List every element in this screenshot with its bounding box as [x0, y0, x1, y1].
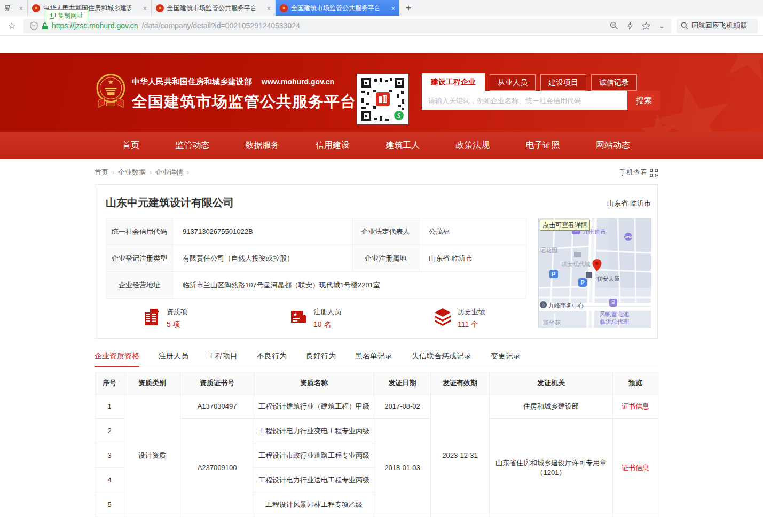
company-info-table: 统一社会信用代码 91371302675501022B 企业法定代表人 公茂福 … — [106, 218, 526, 299]
map-label-garden: 记花园 — [540, 246, 557, 254]
browser-toolbar: ☆ https://jzsc.mohurd.gov.cn /data/compa… — [0, 16, 763, 36]
field-label: 企业经营地址 — [106, 272, 173, 299]
nav-item-home[interactable]: 首页 — [122, 132, 139, 159]
close-icon[interactable]: × — [19, 4, 23, 12]
national-emblem-icon: ★ — [96, 73, 125, 110]
field-value: 有限责任公司（自然人投资或控股） — [173, 245, 352, 272]
nav-item-e-certificates[interactable]: 电子证照 — [526, 132, 560, 159]
site-title-block: 中华人民共和国住房和城乡建设部 www.mohurd.gov.cn 全国建筑市场… — [132, 77, 356, 113]
browser-tab-jzsc-1[interactable]: ★ 全国建筑市场监管公共服务平台 × — [152, 0, 276, 16]
close-icon[interactable]: × — [266, 4, 271, 12]
cell-qual-name: 工程设计电力行业变电工程专业丙级 — [254, 419, 374, 443]
nav-item-construction-workers[interactable]: 建筑工人 — [386, 132, 420, 159]
close-icon[interactable]: × — [143, 4, 147, 12]
cell-seq: 3 — [95, 443, 124, 468]
search-icon — [681, 22, 688, 29]
zoom-out-icon[interactable] — [610, 21, 618, 30]
certificate-info-link[interactable]: 证书信息 — [622, 402, 649, 410]
cell-issue-date: 2017-08-02 — [374, 394, 431, 419]
ministry-site-url: www.mohurd.gov.cn — [262, 77, 334, 86]
cell-preview: 证书信息 — [613, 394, 658, 419]
company-location-map[interactable]: 点击可查看详情 ⌂ 九州超市 ATM 记花园 联安现代城 联安大厦 P P ⌂ … — [538, 218, 651, 328]
parking-poi-icon: P — [549, 270, 558, 278]
stat-value: 111 个 — [458, 320, 485, 330]
browser-tab-jzsc-active[interactable]: ★ 全国建筑市场监管公共服务平台 × — [276, 0, 399, 16]
close-icon[interactable]: × — [391, 4, 395, 12]
cell-authority: 山东省住房和城乡建设厅许可专用章（1201） — [490, 419, 613, 517]
flag-star-decoration — [715, 53, 763, 88]
field-label: 统一社会信用代码 — [106, 218, 173, 245]
tab-registered-personnel[interactable]: 注册人员 — [159, 351, 188, 367]
search-tab-construction-enterprise[interactable]: 建设工程企业 — [422, 73, 485, 91]
quick-search-box[interactable]: 国航回应飞机颠簸 — [677, 19, 758, 33]
breadcrumb-home[interactable]: 首页 — [95, 168, 108, 177]
flash-save-icon[interactable] — [627, 21, 633, 30]
stat-historical-projects: 历史业绩 111 个 — [433, 307, 485, 330]
tab-blacklist[interactable]: 黑名单记录 — [355, 351, 392, 367]
svg-text:★: ★ — [108, 78, 114, 86]
copy-url-tooltip-label: 复制网址 — [58, 11, 83, 20]
nav-item-credit-building[interactable]: 信用建设 — [316, 132, 350, 159]
field-label: 企业注册属地 — [352, 245, 419, 272]
cell-authority: 住房和城乡建设部 — [490, 394, 613, 419]
platform-qr-code — [357, 74, 408, 124]
nav-item-data-services[interactable]: 数据服务 — [246, 132, 280, 159]
breadcrumb-separator: › — [112, 169, 114, 176]
col-category: 资质类别 — [124, 372, 180, 394]
copy-icon — [50, 13, 56, 19]
col-issue-date: 发证日期 — [374, 372, 431, 394]
keyword-search-input[interactable] — [422, 91, 627, 110]
cell-qual-name: 工程设计电力行业送电工程专业丙级 — [254, 468, 374, 492]
search-tab-projects[interactable]: 建设项目 — [540, 74, 586, 91]
mobile-view-link[interactable]: 手机查看 — [619, 168, 658, 177]
cell-qual-name: 工程设计风景园林工程专项乙级 — [254, 492, 374, 517]
url-path: /data/company/detail?id=0021052912405330… — [142, 21, 607, 30]
address-bar[interactable]: https://jzsc.mohurd.gov.cn /data/company… — [23, 19, 671, 33]
cell-seq: 1 — [95, 394, 124, 419]
tab-dishonesty-records[interactable]: 失信联合惩戒记录 — [412, 351, 471, 367]
search-tab-practitioners[interactable]: 从业人员 — [490, 74, 536, 91]
tab-change-records[interactable]: 变更记录 — [491, 351, 521, 367]
secure-lock-icon — [42, 22, 48, 30]
tab-label: 全国建筑市场监管公共服务平台 — [167, 4, 255, 13]
breadcrumb: 首页 › 企业数据 › 企业详情 › 手机查看 — [95, 168, 658, 177]
browser-tab-bar: 界 × ★ 中华人民共和国住房和城乡建设 × ★ 全国建筑市场监管公共服务平台 … — [0, 0, 763, 16]
business-center-poi-icon: ⌂ — [540, 301, 547, 308]
cell-qual-name: 工程设计市政行业道路工程专业丙级 — [254, 443, 374, 468]
col-preview: 预览 — [613, 372, 658, 394]
shield-permission-icon[interactable] — [30, 21, 38, 30]
detail-section-tabs: 企业资质资格 注册人员 工程项目 不良行为 良好行为 黑名单记录 失信联合惩戒记… — [95, 351, 658, 367]
browser-tab-partial[interactable]: 界 × — [0, 0, 28, 16]
breadcrumb-separator: › — [187, 169, 189, 176]
svg-text:★: ★ — [293, 311, 298, 317]
stat-value: 5 项 — [167, 320, 187, 330]
cell-category: 设计资质 — [124, 394, 180, 517]
tab-qualifications[interactable]: 企业资质资格 — [95, 351, 139, 367]
gov-emblem-favicon-icon: ★ — [156, 4, 164, 12]
col-authority: 发证机关 — [490, 372, 613, 394]
nav-item-supervision-news[interactable]: 监管动态 — [175, 132, 209, 159]
url-host: https://jzsc.mohurd.gov.cn — [52, 21, 138, 30]
nav-item-policies[interactable]: 政策法规 — [455, 132, 490, 159]
tab-bad-behavior[interactable]: 不良行为 — [257, 351, 287, 367]
stat-qualifications: 资质项 5 项 — [142, 307, 187, 330]
favorite-star-icon[interactable] — [642, 21, 650, 30]
nav-item-site-news[interactable]: 网站动态 — [596, 132, 630, 159]
col-qual-name: 资质名称 — [254, 372, 374, 394]
breadcrumb-company-data[interactable]: 企业数据 — [118, 168, 146, 177]
gov-emblem-favicon-icon: ★ — [32, 4, 40, 12]
certificate-info-link[interactable]: 证书信息 — [622, 464, 649, 472]
cell-issue-date: 2018-01-03 — [374, 419, 431, 517]
breadcrumb-separator: › — [150, 169, 152, 176]
search-button[interactable]: 搜索 — [627, 91, 660, 110]
stat-label: 注册人员 — [313, 307, 341, 317]
map-label-tower: 联安大厦 — [596, 275, 620, 283]
site-header: ★ 中华人民共和国住房和城乡建设部 www.mohurd.gov.cn 全国建筑… — [0, 53, 763, 132]
tab-good-behavior[interactable]: 良好行为 — [306, 351, 336, 367]
tab-projects[interactable]: 工程项目 — [208, 351, 238, 367]
qr-code-mini-icon — [650, 169, 658, 177]
bookmark-star-icon[interactable]: ☆ — [5, 20, 18, 32]
new-tab-button[interactable]: + — [399, 0, 418, 16]
chevron-down-icon[interactable]: ⌄ — [659, 22, 665, 30]
search-tab-credit-records[interactable]: 诚信记录 — [591, 74, 637, 91]
